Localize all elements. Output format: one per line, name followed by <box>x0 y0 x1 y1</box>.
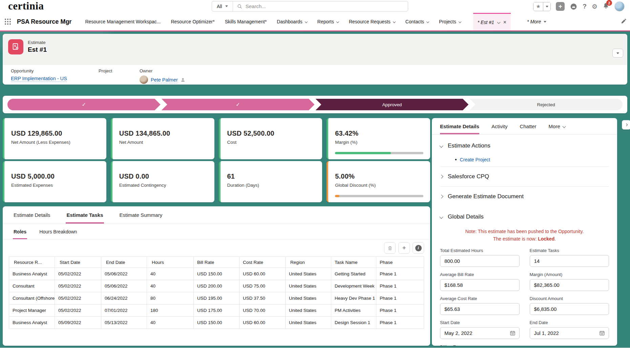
approval-path-card: ✓ ✓ Approved Rejected <box>3 96 627 113</box>
check-icon: ✓ <box>82 101 86 108</box>
edit-navigation-pencil-icon[interactable] <box>621 18 627 24</box>
tab-estimate-summary[interactable]: Estimate Summary <box>119 206 163 224</box>
subtab-hours-breakdown[interactable]: Hours Breakdown <box>39 224 78 239</box>
estimate-tabs: Estimate Details Estimate Tasks Estimate… <box>3 206 430 224</box>
nav-item-resource-management-workspace[interactable]: Resource Management Workspac... <box>85 19 161 24</box>
search-input-area[interactable] <box>233 3 408 9</box>
table-row[interactable]: Project Manager05/02/202207/01/2022180US… <box>9 304 424 317</box>
roles-toolbar: + i <box>3 240 430 256</box>
chevron-down-icon <box>426 20 429 23</box>
col-cost-rate[interactable]: Cost Rate <box>239 257 286 268</box>
panel-tab-estimate-details[interactable]: Estimate Details <box>440 118 479 134</box>
col-bill-rate[interactable]: Bill Rate <box>194 257 239 268</box>
search-input[interactable] <box>246 3 404 9</box>
chevron-down-icon <box>393 20 396 23</box>
nav-item-dashboards[interactable]: Dashboards <box>277 19 307 24</box>
calendar-icon[interactable] <box>510 331 515 336</box>
header-action-icons: ★ + ? ⚙ 2 <box>533 1 625 12</box>
field-total-estimated-hours: Total Estimated Hours 800.00 <box>440 248 520 267</box>
section-global-details[interactable]: Global Details <box>440 208 609 225</box>
margin-amount-input[interactable]: $82,365.00 <box>530 279 609 291</box>
record-actions-dropdown-button[interactable] <box>612 49 623 58</box>
average-cost-rate-input[interactable]: $65.63 <box>440 303 520 315</box>
table-row[interactable]: Consultant05/02/202205/06/202240USD 200.… <box>9 280 424 292</box>
nav-item-resource-optimizer[interactable]: Resource Optimizer* <box>171 19 214 24</box>
section-divider <box>440 166 609 167</box>
path-stage-2-complete[interactable]: ✓ <box>162 99 315 110</box>
field-owner: Owner Pete Palmer <box>140 68 185 84</box>
subtab-roles[interactable]: Roles <box>13 224 27 239</box>
clipped-field-label: Billing E <box>440 344 609 346</box>
owner-link[interactable]: Pete Palmer <box>151 77 178 83</box>
panel-tab-activity[interactable]: Activity <box>491 118 508 134</box>
section-estimate-actions[interactable]: Estimate Actions <box>440 137 609 154</box>
nav-item-more[interactable]: * More <box>527 19 546 24</box>
add-row-button[interactable]: + <box>398 242 410 254</box>
help-icon[interactable]: ? <box>583 3 587 10</box>
discount-progress-bar <box>335 195 423 197</box>
favorites-button[interactable]: ★ <box>533 2 551 11</box>
field-start-date: Start Date May 2, 2022 <box>440 320 520 339</box>
notifications-button[interactable]: 2 <box>603 2 609 10</box>
panel-tab-more[interactable]: More <box>549 118 565 134</box>
path-stage-approved[interactable]: Approved <box>316 99 469 110</box>
info-button[interactable]: i <box>413 242 424 254</box>
active-tab-est-1[interactable]: * Est #1 × <box>473 13 511 30</box>
change-owner-icon[interactable] <box>181 77 185 82</box>
path-stage-rejected[interactable]: Rejected <box>469 99 623 110</box>
estimate-details-side-panel: Estimate Details Activity Chatter More E… <box>432 118 617 346</box>
owner-avatar <box>140 75 148 84</box>
favorites-dropdown[interactable] <box>543 2 550 11</box>
col-phase[interactable]: Phase <box>376 257 424 268</box>
col-start-date[interactable]: Start Date <box>55 257 101 268</box>
nav-item-reports[interactable]: Reports <box>317 19 339 24</box>
col-region[interactable]: Region <box>286 257 331 268</box>
user-avatar[interactable] <box>614 1 625 12</box>
record-title: Est #1 <box>28 46 47 53</box>
bullet-icon: • <box>455 157 457 163</box>
nav-item-skills-management[interactable]: Skills Management* <box>225 19 267 24</box>
close-tab-icon[interactable]: × <box>503 19 506 25</box>
expand-panel-button[interactable] <box>622 120 630 130</box>
setup-gear-icon[interactable]: ⚙ <box>592 3 597 10</box>
field-discount-amount: Discount Amount $6,835.00 <box>530 296 609 315</box>
end-date-input[interactable]: Jul 1, 2022 <box>530 327 609 339</box>
section-generate-estimate-document[interactable]: Generate Estimate Document <box>440 188 609 205</box>
app-launcher-icon[interactable] <box>5 19 11 25</box>
average-bill-rate-input[interactable]: $168.58 <box>440 279 520 291</box>
guidance-icon[interactable] <box>570 3 578 10</box>
calendar-icon[interactable] <box>600 331 605 336</box>
col-end-date[interactable]: End Date <box>101 257 147 268</box>
global-actions-button[interactable]: + <box>556 2 565 11</box>
discount-amount-input[interactable]: $6,835.00 <box>530 303 609 315</box>
global-search[interactable]: All <box>212 1 408 12</box>
start-date-input[interactable]: May 2, 2022 <box>440 327 520 339</box>
notification-count-badge: 2 <box>606 0 612 6</box>
total-estimated-hours-input[interactable]: 800.00 <box>440 255 520 267</box>
chevron-right-icon <box>439 175 443 178</box>
nav-item-projects[interactable]: Projects <box>439 19 461 24</box>
path-stage-1-complete[interactable]: ✓ <box>7 99 161 110</box>
tab-estimate-details[interactable]: Estimate Details <box>13 206 51 224</box>
record-entity-label: Estimate <box>28 40 47 45</box>
col-hours[interactable]: Hours <box>147 257 194 268</box>
nav-item-resource-requests[interactable]: Resource Requests <box>349 19 395 24</box>
table-row[interactable]: Business Analyst05/02/202205/06/202240US… <box>9 268 424 280</box>
chevron-down-icon <box>458 20 461 23</box>
search-scope-selector[interactable]: All <box>212 1 233 11</box>
tab-estimate-tasks[interactable]: Estimate Tasks <box>66 206 104 224</box>
table-row[interactable]: Consultant (Offshore)05/02/202206/24/202… <box>9 292 424 304</box>
col-resource-role[interactable]: Resource R... <box>9 257 55 268</box>
table-row[interactable]: Business Analyst05/09/202205/13/202240US… <box>9 317 424 329</box>
estimate-tasks-input[interactable]: 14 <box>530 255 609 267</box>
section-salesforce-cpq[interactable]: Salesforce CPQ <box>440 168 609 185</box>
check-icon: ✓ <box>236 101 240 108</box>
col-task-name[interactable]: Task Name <box>331 257 376 268</box>
kpi-net-amount: USD 134,865.00 Net Amount <box>111 118 214 159</box>
nav-item-contacts[interactable]: Contacts <box>405 19 429 24</box>
delete-row-button[interactable] <box>384 242 396 254</box>
create-project-link[interactable]: Create Project <box>460 157 490 162</box>
panel-tab-chatter[interactable]: Chatter <box>520 118 536 134</box>
opportunity-link[interactable]: ERP Implementation - US <box>11 76 67 81</box>
project-label: Project <box>99 68 140 73</box>
